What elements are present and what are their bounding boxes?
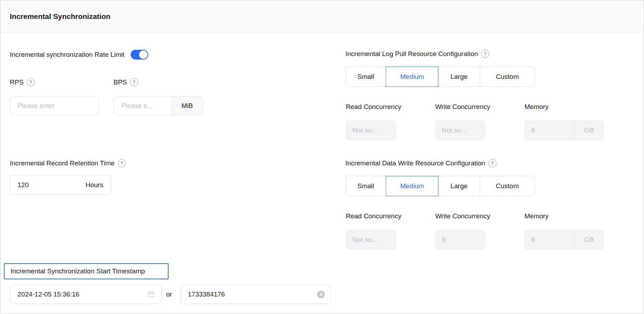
- data-write-label-row: Incremental Data Write Resource Configur…: [345, 159, 496, 167]
- data-write-memory-unit: GB: [574, 230, 603, 249]
- retention-input[interactable]: [10, 176, 85, 194]
- or-separator: or: [166, 285, 172, 304]
- unix-timestamp-field: ×: [180, 285, 331, 304]
- retention-unit-label: Hours: [85, 176, 111, 194]
- log-pull-memory-field: 8 GB: [525, 121, 604, 140]
- data-write-memory-field: 8 GB: [525, 230, 604, 250]
- calendar-icon[interactable]: [148, 285, 161, 303]
- data-write-write-input: 8: [435, 230, 485, 250]
- bps-input[interactable]: [114, 96, 171, 115]
- retention-field: Hours: [10, 175, 111, 194]
- log-pull-read-label: Read Concurrency: [346, 103, 401, 111]
- data-write-size-medium[interactable]: Medium: [386, 176, 438, 196]
- data-write-size-group: Small Medium Large Custom: [345, 176, 535, 196]
- rps-input[interactable]: [10, 96, 98, 115]
- bps-label: BPS: [114, 78, 127, 86]
- data-write-size-large[interactable]: Large: [438, 176, 480, 196]
- data-write-memory-label: Memory: [525, 212, 549, 220]
- help-icon[interactable]: ?: [481, 50, 489, 58]
- log-pull-size-group: Small Medium Large Custom: [345, 67, 535, 87]
- help-icon[interactable]: ?: [130, 78, 138, 86]
- start-timestamp-label-box: Incremental Synchronization Start Timest…: [4, 263, 169, 279]
- bps-label-row: BPS ?: [114, 78, 138, 86]
- log-pull-size-large[interactable]: Large: [438, 67, 480, 87]
- data-write-config-label: Incremental Data Write Resource Configur…: [345, 159, 485, 167]
- log-pull-write-label: Write Concurrency: [435, 103, 490, 111]
- rate-limit-label: Incremental synchronization Rate Limit: [10, 51, 124, 59]
- bps-unit-label: MiB: [171, 96, 203, 115]
- log-pull-size-custom[interactable]: Custom: [480, 67, 535, 87]
- rps-label: RPS: [10, 78, 23, 86]
- log-pull-size-medium[interactable]: Medium: [386, 67, 438, 87]
- log-pull-write-input: Not su...: [435, 121, 485, 140]
- retention-label: Incremental Record Retention Time: [10, 159, 115, 167]
- log-pull-memory-input: 8: [525, 121, 574, 140]
- bps-field: MiB: [114, 96, 203, 115]
- start-timestamp-label: Incremental Synchronization Start Timest…: [11, 267, 145, 275]
- rps-label-row: RPS ?: [10, 78, 35, 86]
- help-icon[interactable]: ?: [488, 159, 496, 167]
- clear-icon[interactable]: ×: [317, 291, 325, 298]
- rps-field: [10, 96, 98, 115]
- datetime-input[interactable]: [10, 285, 148, 303]
- log-pull-label-row: Incremental Log Pull Resource Configurat…: [345, 50, 489, 58]
- datetime-field: [10, 285, 162, 304]
- section-header: Incremental Synchronization: [0, 0, 644, 33]
- log-pull-memory-unit: GB: [574, 121, 603, 140]
- retention-label-row: Incremental Record Retention Time ?: [10, 159, 126, 167]
- data-write-size-custom[interactable]: Custom: [480, 176, 535, 196]
- toggle-knob: [139, 50, 148, 59]
- rate-limit-row: Incremental synchronization Rate Limit: [10, 47, 148, 62]
- log-pull-read-input: Not su...: [346, 121, 396, 140]
- page-title: Incremental Synchronization: [10, 12, 110, 21]
- rate-limit-toggle[interactable]: [131, 50, 148, 60]
- log-pull-config-label: Incremental Log Pull Resource Configurat…: [345, 50, 478, 58]
- data-write-write-label: Write Concurrency: [435, 212, 490, 220]
- data-write-read-input: Not su...: [346, 230, 396, 250]
- log-pull-size-small[interactable]: Small: [345, 67, 386, 87]
- unix-timestamp-input[interactable]: [180, 285, 317, 303]
- help-icon[interactable]: ?: [118, 159, 126, 167]
- incremental-sync-panel: Incremental Synchronization Incremental …: [0, 0, 644, 314]
- log-pull-memory-label: Memory: [525, 103, 549, 111]
- help-icon[interactable]: ?: [27, 78, 35, 86]
- data-write-read-label: Read Concurrency: [346, 212, 401, 220]
- data-write-memory-input: 8: [525, 230, 574, 249]
- data-write-size-small[interactable]: Small: [345, 176, 386, 196]
